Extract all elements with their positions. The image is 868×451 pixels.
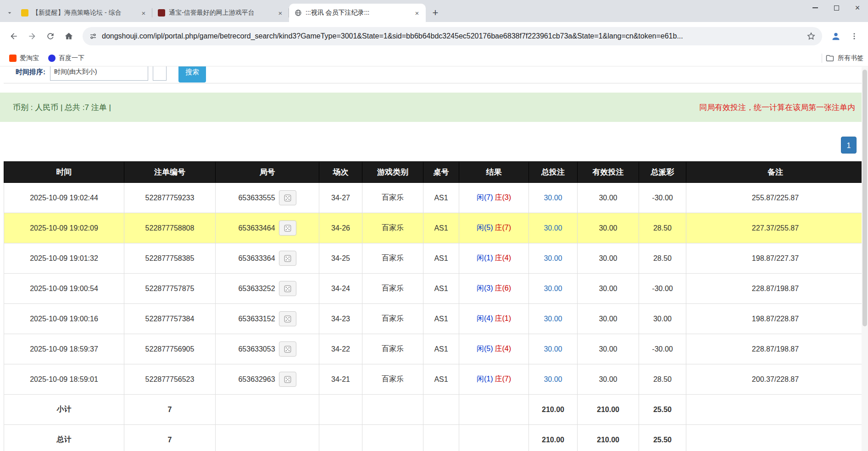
menu-icon[interactable] <box>845 27 863 45</box>
cell-total-bet: 30.00 <box>529 364 578 395</box>
site-info-icon[interactable] <box>89 32 97 40</box>
total-bet-link[interactable]: 30.00 <box>544 375 562 383</box>
game-result-icon[interactable] <box>279 190 296 205</box>
tab-forum[interactable]: 【新提醒】海燕策略论坛 - 综合 × <box>16 4 152 22</box>
total-bet-link[interactable]: 30.00 <box>544 254 562 262</box>
close-window-icon[interactable]: × <box>847 0 868 16</box>
bet-table-body: 2025-10-09 19:02:44 522877759233 6536335… <box>4 183 865 395</box>
total-bet-link[interactable]: 30.00 <box>544 224 562 232</box>
sort-order-input[interactable] <box>50 66 148 81</box>
tab-close-icon[interactable]: × <box>139 9 148 17</box>
summary-bar: 币别 : 人民币 | 总共 :7 注单 | 同局有效投注，统一计算在该局第一张注… <box>0 93 868 122</box>
cell-bet-id: 522877757875 <box>124 274 216 304</box>
subtotal-count: 7 <box>124 395 216 425</box>
tab-title: 【新提醒】海燕策略论坛 - 综合 <box>32 9 136 17</box>
table-row: 2025-10-09 19:01:32 522877758385 6536333… <box>4 243 865 274</box>
taobao-favicon-icon <box>9 55 17 62</box>
cell-time: 2025-10-09 19:02:09 <box>4 213 124 243</box>
tab-close-icon[interactable]: × <box>413 9 421 17</box>
tab-search-icon[interactable] <box>4 4 16 22</box>
summary-notice: 同局有效投注，统一计算在该局第一张注单内 <box>699 102 855 113</box>
scrollbar-thumb[interactable] <box>862 70 867 326</box>
cell-result: 闲(1)庄(4) <box>459 243 529 274</box>
table-row: 2025-10-09 19:00:16 522877757384 6536331… <box>4 304 865 334</box>
col-table-no: 桌号 <box>423 162 459 183</box>
cell-total-bet: 30.00 <box>529 183 578 213</box>
pagination: 1 <box>0 137 868 154</box>
page-1-button[interactable]: 1 <box>841 137 857 154</box>
cell-result: 闲(1)庄(7) <box>459 364 529 395</box>
cell-game-type: 百家乐 <box>362 334 423 364</box>
maximize-icon[interactable] <box>826 0 847 16</box>
cell-time: 2025-10-09 18:59:37 <box>4 334 124 364</box>
cell-table-no: AS1 <box>423 304 459 334</box>
total-count: 7 <box>124 425 216 451</box>
cell-bet-id: 522877757384 <box>124 304 216 334</box>
cell-game-type: 百家乐 <box>362 213 423 243</box>
subtotal-row: 小计 7 210.00 210.00 25.50 <box>4 395 865 425</box>
total-total-bet: 210.00 <box>529 425 578 451</box>
col-round-id: 局号 <box>216 162 319 183</box>
url-text[interactable]: dongshouji.com/ipl/portal.php/game/betre… <box>102 32 802 40</box>
cell-round-id: 653633252 <box>216 274 319 304</box>
cell-payout: 28.50 <box>639 364 686 395</box>
subtotal-total-bet: 210.00 <box>529 395 578 425</box>
new-tab-button[interactable]: + <box>428 6 442 20</box>
filter-select[interactable] <box>153 66 167 81</box>
back-icon[interactable] <box>5 27 23 45</box>
game-result-icon[interactable] <box>279 341 296 357</box>
bet-records-table: 时间 注单编号 局号 场次 游戏类别 桌号 结果 总投注 有效投注 总派彩 备注… <box>4 161 865 451</box>
reload-icon[interactable] <box>41 27 60 45</box>
cell-session: 34-22 <box>319 334 362 364</box>
total-bet-link[interactable]: 30.00 <box>544 194 562 202</box>
game-result-icon[interactable] <box>279 251 296 266</box>
cell-table-no: AS1 <box>423 243 459 274</box>
url-bar[interactable]: dongshouji.com/ipl/portal.php/game/betre… <box>83 27 822 45</box>
tongbao-favicon-icon <box>158 9 165 16</box>
game-result-icon[interactable] <box>279 311 296 326</box>
total-bet-link[interactable]: 30.00 <box>544 315 562 323</box>
cell-note: 198.87/228.87 <box>686 304 865 334</box>
profile-icon[interactable] <box>827 27 845 45</box>
cell-time: 2025-10-09 19:02:44 <box>4 183 124 213</box>
search-button[interactable]: 搜索 <box>178 66 206 82</box>
cell-session: 34-26 <box>319 213 362 243</box>
all-bookmarks[interactable]: 所有书签 <box>822 54 863 63</box>
cell-result: 闲(5)庄(4) <box>459 334 529 364</box>
minimize-icon[interactable] <box>805 0 826 16</box>
cell-table-no: AS1 <box>423 364 459 395</box>
page-scrollbar[interactable] <box>862 67 868 451</box>
cell-payout: 28.50 <box>639 243 686 274</box>
total-row: 总计 7 210.00 210.00 25.50 <box>4 425 865 451</box>
tab-bet-records[interactable]: :::视讯 会员下注纪录::: × <box>289 4 426 22</box>
bookmark-label: 爱淘宝 <box>20 54 39 62</box>
cell-note: 200.37/228.87 <box>686 364 865 395</box>
cell-total-bet: 30.00 <box>529 213 578 243</box>
cell-note: 198.87/227.37 <box>686 243 865 274</box>
window-controls: × <box>805 0 868 16</box>
bookmark-taobao[interactable]: 爱淘宝 <box>5 52 44 65</box>
game-result-icon[interactable] <box>279 372 296 387</box>
game-result-icon[interactable] <box>279 281 296 296</box>
bookmark-baidu[interactable]: 百度一下 <box>44 52 89 65</box>
cell-session: 34-24 <box>319 274 362 304</box>
game-result-icon[interactable] <box>279 220 296 236</box>
bookmark-star-icon[interactable] <box>807 32 816 41</box>
cell-bet-id: 522877759233 <box>124 183 216 213</box>
home-icon[interactable] <box>60 27 78 45</box>
cell-game-type: 百家乐 <box>362 183 423 213</box>
cell-note: 228.87/198.87 <box>686 274 865 304</box>
subtotal-valid-bet: 210.00 <box>578 395 639 425</box>
total-bet-link[interactable]: 30.00 <box>544 345 562 353</box>
col-total-bet: 总投注 <box>529 162 578 183</box>
tab-close-icon[interactable]: × <box>276 9 284 17</box>
cell-bet-id: 522877758385 <box>124 243 216 274</box>
table-row: 2025-10-09 19:02:09 522877758808 6536334… <box>4 213 865 243</box>
forward-icon[interactable] <box>23 27 41 45</box>
cell-payout: -30.00 <box>639 334 686 364</box>
tab-tongbao[interactable]: 通宝-信誉最好的网上游戏平台 × <box>152 4 289 22</box>
table-row: 2025-10-09 18:59:37 522877756905 6536330… <box>4 334 865 364</box>
total-bet-link[interactable]: 30.00 <box>544 285 562 292</box>
bet-records-page: 时间排序: 搜索 币别 : 人民币 | 总共 :7 注单 | 同局有效投注，统一… <box>0 66 868 451</box>
cell-note: 255.87/225.87 <box>686 183 865 213</box>
